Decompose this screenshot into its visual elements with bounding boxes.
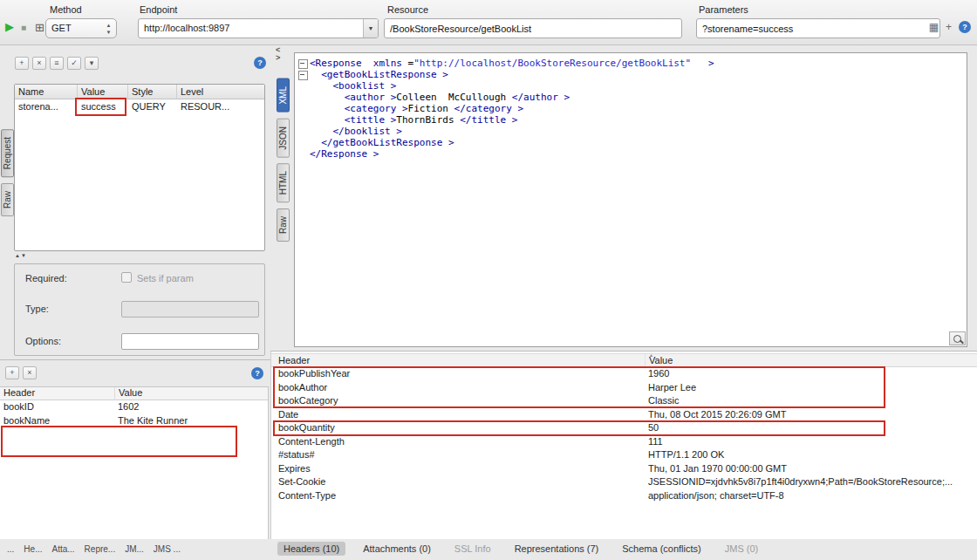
method-select[interactable]: GET ▲▼ xyxy=(45,18,117,38)
submit-request-button[interactable]: ▶ xyxy=(5,21,14,32)
header-value-cell[interactable]: 1602 xyxy=(114,400,268,414)
header-name-cell[interactable]: Content-Length xyxy=(271,435,645,449)
header-value-cell[interactable]: Thu, 01 Jan 1970 00:00:00 GMT xyxy=(645,462,977,476)
header-value-cell[interactable]: 111 xyxy=(645,435,977,449)
add-param-icon[interactable]: + xyxy=(946,21,952,33)
collapse-right-icon[interactable]: > xyxy=(276,54,280,62)
inspector-tab[interactable]: Atta... xyxy=(51,544,74,554)
inspector-tab[interactable]: He... xyxy=(24,544,42,554)
view-tab[interactable]: Raw xyxy=(1,183,14,216)
cancel-request-button[interactable]: ■ xyxy=(21,23,26,32)
param-value-cell[interactable]: success xyxy=(78,99,128,114)
sort-properties-icon[interactable]: ▾ xyxy=(85,57,99,70)
header-name-cell[interactable]: bookAuthor xyxy=(271,381,645,395)
header-row[interactable]: bookName The Kite Runner xyxy=(0,414,268,428)
header-name-cell[interactable]: bookQuantity xyxy=(271,421,645,435)
view-tab[interactable]: Request xyxy=(1,129,14,177)
xml-editor[interactable]: <Response xmlns ="http://localhost/BookS… xyxy=(294,52,967,347)
header-value-cell[interactable]: 1960 xyxy=(645,367,977,381)
inspector-tab[interactable]: Schema (conflicts) xyxy=(616,542,707,556)
header-row[interactable]: Date Thu, 08 Oct 2015 20:26:09 GMT xyxy=(271,408,977,422)
header-name-cell[interactable]: Expires xyxy=(271,462,645,476)
param-style-cell[interactable]: QUERY xyxy=(128,99,177,114)
inspector-tab[interactable]: SSL Info xyxy=(448,542,497,556)
column-header-level[interactable]: Level xyxy=(177,85,264,99)
header-name-cell[interactable]: Date xyxy=(271,408,645,422)
help-icon[interactable]: ? xyxy=(959,21,971,33)
resize-handle-icon[interactable]: ▴ xyxy=(650,352,652,358)
inspector-tab[interactable]: ... xyxy=(7,544,14,554)
view-tab[interactable]: JSON xyxy=(277,119,290,158)
header-value-cell[interactable]: Harper Lee xyxy=(645,381,977,395)
value-column-header[interactable]: Value xyxy=(645,354,977,366)
inspector-tab[interactable]: JMS (0) xyxy=(719,542,765,556)
fold-marker-icon[interactable] xyxy=(298,59,310,68)
add-property-icon[interactable]: + xyxy=(15,57,29,70)
header-name-cell[interactable]: bookCategory xyxy=(271,394,645,408)
fold-marker-icon[interactable] xyxy=(298,71,310,79)
param-row[interactable]: storena... success QUERY RESOUR... xyxy=(15,99,264,114)
header-row[interactable]: bookCategory Classic xyxy=(271,394,977,408)
add-header-icon[interactable]: + xyxy=(5,366,19,379)
help-icon[interactable]: ? xyxy=(254,57,266,69)
header-row[interactable]: Content-Type application/json; charset=U… xyxy=(271,489,977,503)
header-row[interactable]: Expires Thu, 01 Jan 1970 00:00:00 GMT xyxy=(271,462,977,476)
inspector-tab[interactable]: JM... xyxy=(125,544,144,554)
inspector-tab[interactable]: Repre... xyxy=(85,544,116,554)
options-input[interactable] xyxy=(121,333,259,350)
view-tab[interactable]: XML xyxy=(277,79,290,113)
magnifier-icon[interactable] xyxy=(949,331,966,345)
header-row[interactable]: Set-Cookie JSESSIONID=xjdvhk5v8i7p1ft4i0… xyxy=(271,475,977,489)
param-level-cell[interactable]: RESOUR... xyxy=(177,99,264,114)
checkbox-icon[interactable]: ✓ xyxy=(67,57,81,70)
header-value-cell[interactable]: Thu, 08 Oct 2015 20:26:09 GMT xyxy=(645,408,977,422)
copy-properties-icon[interactable]: ≡ xyxy=(50,57,64,70)
header-value-cell[interactable]: The Kite Runner xyxy=(114,414,268,428)
column-header-style[interactable]: Style xyxy=(128,85,177,99)
transport-toolbar: ▶ ■ ⊞ Method Endpoint Resource Parameter… xyxy=(0,0,977,45)
view-tab[interactable]: HTML xyxy=(277,163,290,202)
collapse-handle-icon[interactable]: ▲▼ xyxy=(15,253,27,258)
header-name-cell[interactable]: bookPublishYear xyxy=(271,367,645,381)
value-column-header[interactable]: Value xyxy=(114,387,268,400)
xml-token xyxy=(310,137,321,148)
header-row[interactable]: bookID 1602 xyxy=(0,400,268,414)
remove-header-icon[interactable]: × xyxy=(23,366,37,379)
column-header-value[interactable]: Value xyxy=(78,85,128,99)
header-value-cell[interactable]: application/json; charset=UTF-8 xyxy=(645,489,977,503)
add-to-testcase-icon[interactable]: ⊞ xyxy=(35,21,44,34)
header-row[interactable]: Content-Length 111 xyxy=(271,435,977,449)
header-name-cell[interactable]: Content-Type xyxy=(271,489,645,503)
header-name-cell[interactable]: Set-Cookie xyxy=(271,475,645,489)
combo-arrow-icon[interactable]: ▼ xyxy=(363,19,378,38)
xml-token xyxy=(362,58,373,69)
splitter-collapse-icons[interactable]: < > xyxy=(276,46,280,62)
sets-checkbox[interactable] xyxy=(121,272,132,283)
inspector-tab[interactable]: Representations (7) xyxy=(509,542,605,556)
header-value-cell[interactable]: 50 xyxy=(645,421,977,435)
endpoint-combo[interactable]: http://localhost:9897 ▼ xyxy=(138,18,379,38)
parameters-input[interactable] xyxy=(696,18,940,38)
header-name-cell[interactable]: #status# xyxy=(271,448,645,462)
header-row[interactable]: bookQuantity 50 xyxy=(271,421,977,435)
param-name-cell[interactable]: storena... xyxy=(15,99,78,114)
header-row[interactable]: #status# HTTP/1.1 200 OK xyxy=(271,448,977,462)
header-row[interactable]: bookAuthor Harper Lee xyxy=(271,381,977,395)
header-value-cell[interactable]: JSESSIONID=xjdvhk5v8i7p1ft4i0dryxwn4;Pat… xyxy=(645,475,977,489)
header-row[interactable]: bookPublishYear 1960 xyxy=(271,367,977,381)
help-icon[interactable]: ? xyxy=(251,367,263,379)
header-column-header[interactable]: Header xyxy=(0,387,114,400)
view-tab[interactable]: Raw xyxy=(277,208,290,242)
inspector-tab[interactable]: Headers (10) xyxy=(277,542,345,556)
header-value-cell[interactable]: HTTP/1.1 200 OK xyxy=(645,448,977,462)
remove-property-icon[interactable]: × xyxy=(32,57,46,70)
header-value-cell[interactable]: Classic xyxy=(645,394,977,408)
header-column-header[interactable]: Header xyxy=(271,354,645,366)
inspector-tab[interactable]: Attachments (0) xyxy=(357,542,437,556)
column-header-name[interactable]: Name xyxy=(15,85,78,99)
grid-icon[interactable]: ▦ xyxy=(929,21,939,33)
header-name-cell[interactable]: bookName xyxy=(0,414,114,428)
header-name-cell[interactable]: bookID xyxy=(0,400,114,414)
resource-input[interactable] xyxy=(384,18,682,38)
inspector-tab[interactable]: JMS ... xyxy=(154,544,181,554)
